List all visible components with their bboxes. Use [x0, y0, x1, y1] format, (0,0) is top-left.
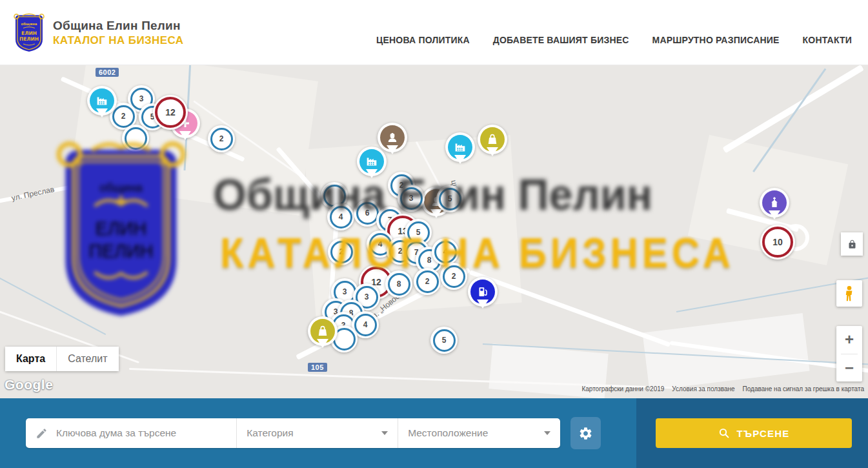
cluster-count: 5 — [433, 329, 456, 352]
cluster-count: 4 — [354, 314, 377, 336]
factory-pin[interactable] — [357, 147, 387, 176]
map-stream — [0, 276, 106, 335]
cluster-marker[interactable]: 10 — [760, 225, 795, 259]
factory-icon — [448, 135, 472, 159]
church-pin[interactable] — [760, 188, 789, 218]
advanced-settings-button[interactable] — [570, 417, 601, 449]
pegman-icon — [842, 285, 856, 302]
bag-pin[interactable] — [478, 125, 507, 154]
church-icon — [762, 190, 787, 215]
cluster-count: 2 — [112, 105, 135, 128]
nav-item[interactable]: КОНТАКТИ — [803, 35, 852, 45]
location-select-value: Местоположение — [408, 427, 488, 439]
cluster-marker[interactable]: 2 — [208, 125, 235, 152]
svg-text:ПЕЛИН: ПЕЛИН — [89, 241, 154, 261]
cluster-marker[interactable]: 2 — [328, 238, 355, 265]
svg-text:община: община — [21, 22, 37, 26]
cluster-count: 5 — [439, 188, 461, 210]
category-select-value: Категория — [247, 427, 293, 439]
street-label: ул. Преслав — [11, 185, 56, 203]
cluster-count: 3 — [400, 187, 423, 210]
cluster-marker[interactable]: 5 — [430, 327, 458, 354]
road-number-label: 6002 — [96, 68, 119, 77]
svg-text:ПЕЛИН: ПЕЛИН — [19, 36, 39, 42]
fuel-icon — [470, 280, 495, 304]
cluster-marker[interactable]: 4 — [432, 238, 459, 265]
site-title: Община Елин Пелин — [53, 19, 183, 33]
main-nav: ЦЕНОВА ПОЛИТИКАДОБАВЕТЕ ВАШИЯТ БИЗНЕСМАР… — [376, 35, 852, 45]
google-map[interactable]: ул. Преславбул. „Новоселци"6002105325122… — [0, 65, 868, 398]
cluster-marker[interactable]: 2 — [440, 263, 467, 290]
cluster-count: 4 — [434, 241, 457, 263]
attribution-terms-link[interactable]: Условия за ползване — [672, 385, 734, 392]
cluster-marker[interactable]: 8 — [385, 270, 412, 298]
search-button-label: ТЪРСЕНЕ — [737, 428, 790, 439]
factory-icon — [359, 149, 384, 174]
fuel-pin[interactable] — [468, 277, 498, 307]
search-panel: Категория Местоположение ТЪРСЕНЕ — [0, 398, 868, 468]
site-subtitle: КАТАЛОГ НА БИЗНЕСА — [53, 34, 183, 47]
map-type-map-button[interactable]: Карта — [5, 347, 56, 371]
svg-text:ЕЛИН: ЕЛИН — [96, 218, 146, 239]
nav-item[interactable]: МАРШРУТНО РАЗПИСАНИЕ — [652, 35, 780, 45]
map-type-satellite-button[interactable]: Сателит — [56, 347, 118, 371]
chevron-down-icon — [544, 431, 550, 435]
nav-item[interactable]: ДОБАВЕТЕ ВАШИЯТ БИЗНЕС — [493, 35, 629, 45]
cluster-count: 2 — [416, 270, 439, 293]
site-logo[interactable]: община ЕЛИН ПЕЛИН Община Елин Пелин КАТА… — [13, 13, 183, 53]
map-attribution: Картографски данни ©2019 Условия за полз… — [581, 385, 864, 392]
google-logo[interactable]: Google — [5, 377, 53, 392]
keyword-input[interactable] — [55, 427, 236, 440]
cluster-marker[interactable] — [122, 125, 149, 152]
svg-text:ЕЛИН: ЕЛИН — [21, 30, 37, 36]
cluster-count: 2 — [210, 128, 233, 150]
cluster-count: 2 — [443, 265, 465, 288]
factory-icon — [90, 88, 114, 113]
attribution-copyright: Картографски данни ©2019 — [581, 385, 664, 392]
bag-icon — [480, 127, 505, 152]
location-select[interactable]: Местоположение — [398, 418, 560, 448]
nav-item[interactable]: ЦЕНОВА ПОЛИТИКА — [376, 35, 470, 45]
cluster-count: 8 — [388, 273, 410, 296]
cluster-count: 10 — [762, 227, 793, 258]
gear-icon — [578, 426, 593, 441]
zoom-in-button[interactable]: + — [836, 326, 862, 354]
cluster-marker[interactable]: 12 — [153, 95, 188, 130]
bag-icon — [310, 319, 335, 343]
cluster-count: 12 — [155, 97, 186, 128]
lock-icon — [847, 239, 857, 249]
road-number-label: 105 — [308, 363, 327, 372]
street-view-pegman[interactable] — [836, 280, 862, 307]
bag-pin[interactable] — [308, 316, 338, 346]
factory-pin[interactable] — [87, 86, 117, 116]
cluster-count: 2 — [330, 241, 353, 263]
map-road — [722, 65, 863, 153]
search-fields: Категория Местоположение — [26, 418, 560, 448]
keyword-field[interactable] — [26, 418, 236, 448]
cluster-count: 4 — [330, 206, 352, 229]
municipality-crest-icon: община ЕЛИН ПЕЛИН — [13, 13, 45, 53]
cluster-marker[interactable]: 3 — [398, 185, 425, 212]
factory-pin[interactable] — [445, 132, 475, 162]
cluster-marker[interactable]: 2 — [414, 268, 441, 295]
search-icon — [718, 427, 730, 439]
map-road — [469, 270, 671, 347]
worker-icon — [380, 125, 405, 150]
map-type-control: Карта Сателит — [5, 347, 119, 371]
search-button[interactable]: ТЪРСЕНЕ — [656, 418, 852, 448]
chevron-down-icon — [381, 431, 388, 435]
worker-pin[interactable] — [378, 123, 407, 152]
category-select[interactable]: Категория — [236, 418, 398, 448]
pencil-icon — [35, 427, 48, 440]
site-header: община ЕЛИН ПЕЛИН Община Елин Пелин КАТА… — [0, 0, 868, 65]
cluster-marker[interactable]: 5 — [436, 185, 463, 212]
cluster-count — [125, 127, 147, 150]
zoom-control: + − — [836, 326, 862, 382]
cluster-count: 6 — [356, 202, 379, 225]
cluster-marker[interactable]: 4 — [327, 203, 354, 230]
zoom-out-button[interactable]: − — [836, 354, 862, 382]
attribution-report-link[interactable]: Подаване на сигнал за грешка в картата — [743, 385, 864, 392]
lock-control[interactable] — [841, 232, 863, 256]
